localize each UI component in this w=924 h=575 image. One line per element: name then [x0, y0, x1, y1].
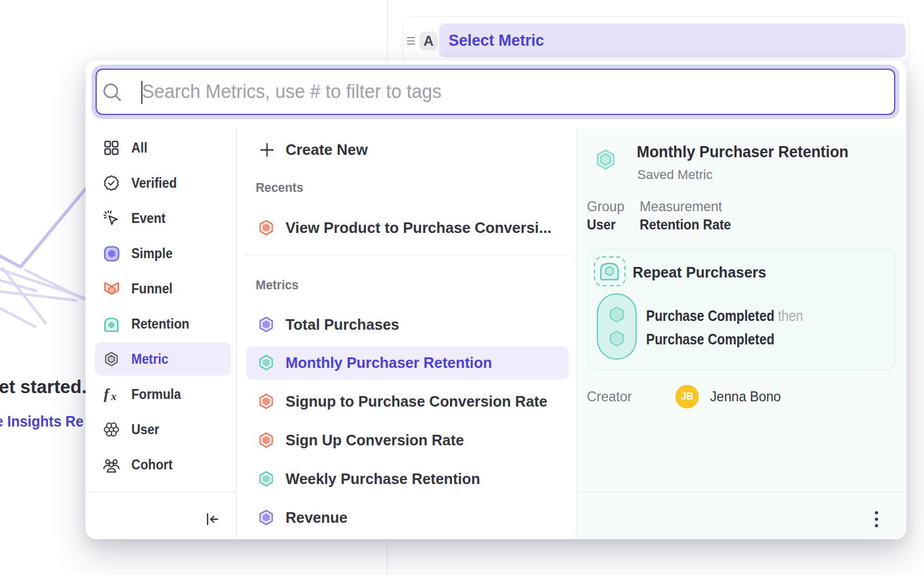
svg-text:f: f [104, 385, 110, 402]
svg-text:x: x [111, 391, 117, 402]
